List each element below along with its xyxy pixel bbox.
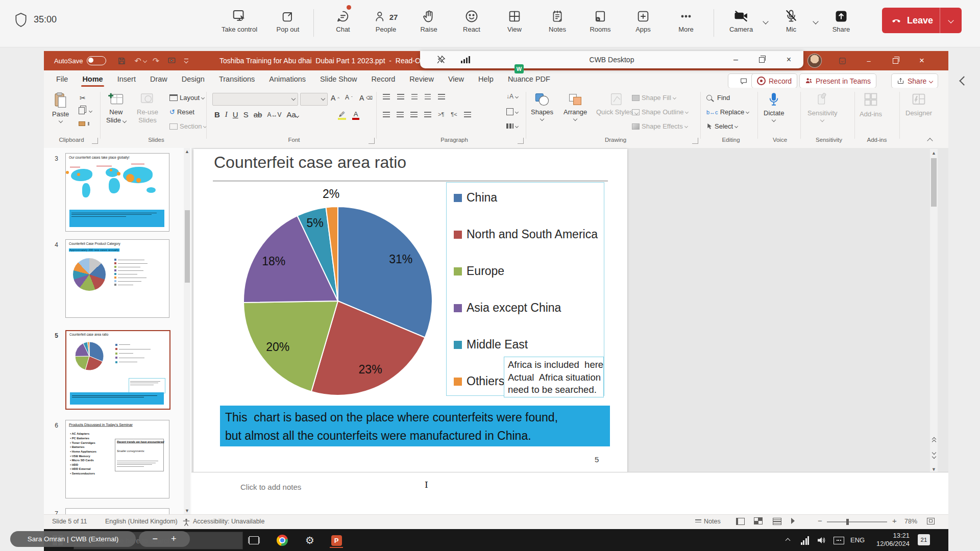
view-button[interactable]: View — [492, 5, 537, 42]
select-button[interactable]: Select — [706, 122, 738, 130]
ribbon-tab-transitions[interactable]: Transitions — [212, 70, 262, 88]
settings-icon[interactable]: ⚙ — [303, 534, 316, 547]
font-color-button[interactable]: A — [352, 110, 359, 120]
chat-button[interactable]: Chat — [321, 5, 365, 42]
shared-minimize-button[interactable]: – — [733, 55, 738, 64]
rooms-button[interactable]: Rooms — [578, 5, 623, 42]
zoom-slider[interactable] — [827, 521, 887, 522]
camera-options-chevron[interactable] — [763, 18, 768, 24]
language-indicator[interactable]: ENG — [850, 536, 865, 544]
notes-placeholder[interactable]: Click to add notes — [240, 483, 301, 491]
smartart-button[interactable] — [506, 123, 513, 129]
view-normal-button[interactable] — [736, 518, 745, 527]
ribbon-tab-review[interactable]: Review — [402, 70, 441, 88]
next-slide-button[interactable] — [930, 451, 938, 461]
columns-button[interactable] — [464, 112, 471, 117]
leave-options-chevron[interactable] — [940, 8, 962, 33]
font-size-combo[interactable] — [300, 93, 328, 106]
accessibility-status[interactable]: Accessibility: Unavailable — [193, 518, 264, 525]
ribbon-tab-animations[interactable]: Animations — [262, 70, 313, 88]
pie-chart[interactable]: 31%23%20%18%5%2% — [226, 189, 450, 413]
align-center-button[interactable] — [397, 112, 404, 117]
shapes-button[interactable]: Shapes — [531, 92, 553, 120]
dictate-button[interactable]: Dictate — [764, 92, 784, 121]
bold-button[interactable]: B — [214, 110, 220, 119]
share-file-button[interactable]: Share — [891, 73, 938, 88]
take-control-button[interactable]: Take control — [217, 5, 262, 42]
highlighted-note-banner[interactable]: This chart is based on the place where c… — [220, 406, 610, 446]
line-spacing-button[interactable] — [438, 94, 445, 99]
ribbon-tab-file[interactable]: File — [49, 70, 75, 88]
char-spacing-button[interactable]: A↔V — [267, 111, 281, 118]
collapse-ribbon-chevron[interactable] — [927, 138, 933, 143]
share-button[interactable]: Share — [819, 5, 864, 42]
ribbon-tab-nuance-pdf[interactable]: Nuance PDF — [501, 70, 557, 88]
previous-slide-button[interactable] — [930, 438, 938, 448]
underline-button[interactable]: U — [233, 110, 238, 119]
notes-button[interactable]: Notes — [535, 5, 580, 42]
new-slide-button[interactable]: NewSlide — [106, 92, 126, 125]
change-case-button[interactable]: Aa — [286, 110, 298, 119]
layout-button[interactable]: Layout — [169, 94, 204, 102]
ltr-button[interactable]: >¶ — [438, 111, 444, 117]
record-button[interactable]: Record — [751, 73, 797, 88]
floating-app-icon[interactable]: W — [514, 64, 524, 73]
thumbnail-slide-4[interactable]: Counterfeit Case Product Category Approx… — [65, 239, 169, 318]
grow-share-button[interactable]: + — [171, 534, 177, 544]
thumbnail-slide-5[interactable]: Counterfeit case area ratio — [65, 330, 170, 410]
shrink-font-button[interactable]: Aˇ — [345, 94, 353, 101]
notes-pane[interactable]: Click to add notes — [191, 472, 948, 515]
bullets-button[interactable] — [383, 94, 390, 99]
unpin-icon[interactable] — [436, 55, 446, 64]
clipboard-dialog-launcher[interactable] — [92, 138, 98, 144]
leave-button[interactable]: Leave — [882, 8, 962, 33]
grow-font-button[interactable]: A^ — [331, 94, 339, 102]
slide-indicator[interactable]: Slide 5 of 11 — [52, 518, 87, 525]
ribbon-display-options-icon[interactable] — [832, 51, 852, 70]
view-sorter-button[interactable] — [754, 518, 762, 525]
undo-chevron[interactable] — [143, 59, 147, 63]
camera-button[interactable]: Camera — [719, 5, 764, 42]
zoom-in-button[interactable]: + — [892, 516, 897, 525]
numbering-button[interactable] — [397, 94, 404, 99]
undo-icon[interactable]: ↶ — [134, 56, 141, 66]
shrink-share-button[interactable]: − — [152, 534, 158, 544]
justify-button[interactable] — [424, 112, 431, 117]
find-button[interactable]: Find — [706, 94, 730, 102]
decrease-indent-button[interactable] — [411, 94, 418, 99]
present-in-teams-button[interactable]: Present in Teams — [799, 73, 876, 88]
align-text-button[interactable] — [506, 108, 513, 115]
cut-button[interactable]: ✂ — [80, 94, 86, 102]
rtl-button[interactable]: ¶< — [451, 111, 457, 117]
autosave-toggle[interactable] — [87, 56, 106, 65]
ribbon-tab-view[interactable]: View — [441, 70, 471, 88]
align-right-button[interactable] — [410, 112, 418, 117]
ribbon-tab-design[interactable]: Design — [175, 70, 212, 88]
ribbon-tab-help[interactable]: Help — [471, 70, 501, 88]
volume-icon[interactable] — [815, 534, 828, 547]
task-view-button[interactable] — [247, 534, 260, 547]
drawing-dialog-launcher[interactable] — [692, 138, 698, 144]
paragraph-dialog-launcher[interactable] — [518, 138, 524, 144]
increase-indent-button[interactable] — [425, 94, 431, 99]
start-slideshow-icon[interactable] — [167, 57, 176, 65]
touch-keyboard-icon[interactable] — [832, 534, 845, 547]
zoom-slider-thumb[interactable] — [846, 519, 849, 525]
thumbnail-scrollbar[interactable]: ▲ ▼ — [184, 148, 190, 514]
zoom-out-button[interactable]: − — [818, 516, 822, 525]
chrome-icon[interactable] — [276, 534, 289, 547]
ribbon-tab-record[interactable]: Record — [364, 70, 403, 88]
ribbon-tab-home[interactable]: Home — [75, 70, 110, 88]
avatar[interactable] — [804, 51, 825, 70]
shared-close-button[interactable]: × — [787, 55, 791, 64]
paste-button[interactable]: Paste — [52, 92, 69, 122]
font-name-combo[interactable] — [212, 93, 298, 106]
view-slideshow-button[interactable] — [791, 518, 795, 525]
editor-scrollbar-thumb[interactable] — [931, 158, 937, 207]
fit-to-window-button[interactable] — [927, 518, 935, 526]
slide-canvas[interactable]: Counterfeit case area ratio 31%23%20%18%… — [193, 149, 627, 472]
mic-options-chevron[interactable] — [813, 18, 818, 24]
replace-button[interactable]: b↔cReplace — [706, 108, 749, 116]
notification-badge[interactable]: 21 — [918, 534, 930, 545]
slide-title[interactable]: Counterfeit case area ratio — [214, 153, 406, 172]
